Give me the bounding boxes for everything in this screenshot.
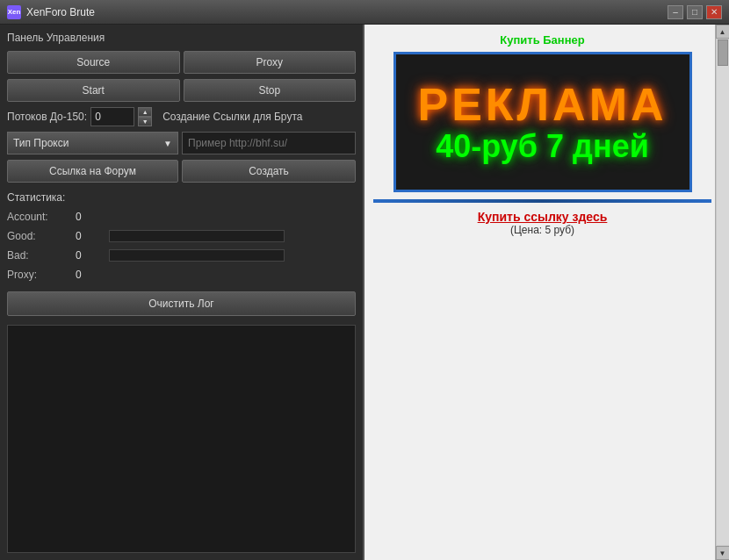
stop-button[interactable]: Stop (184, 79, 357, 102)
proxy-button[interactable]: Proxy (184, 51, 357, 74)
forum-row: Ссылка на Форум Создать (7, 160, 356, 183)
stats-title: Статистика: (7, 191, 356, 204)
source-button[interactable]: Source (7, 51, 180, 74)
window-controls: – □ ✕ (668, 5, 722, 19)
bad-progress-bar (109, 249, 285, 262)
buy-link[interactable]: Купить ссылку здесь (478, 210, 608, 224)
clear-log-button[interactable]: Очистить Лог (7, 291, 356, 316)
potok-spinner: ▲ ▼ (138, 107, 152, 126)
proxy-type-select[interactable]: Тип Прокси ▼ (7, 132, 178, 154)
start-stop-row: Start Stop (7, 79, 356, 102)
forum-link-button[interactable]: Ссылка на Форум (7, 160, 178, 183)
proxy-url-row: Тип Прокси ▼ (7, 132, 356, 154)
good-label: Good: (7, 230, 69, 242)
source-proxy-row: Source Proxy (7, 51, 356, 74)
buy-banner-link[interactable]: Купить Баннер (500, 33, 584, 47)
url-input[interactable] (182, 132, 356, 154)
title-bar-left: Xen XenForo Brute (7, 5, 95, 19)
proxy-stat-row: Proxy: 0 (7, 265, 356, 284)
scroll-track (717, 39, 729, 545)
potok-label: Потоков До-150: (7, 111, 87, 123)
good-progress-bar (109, 230, 285, 242)
right-scrollbar: ▲ ▼ (715, 25, 729, 560)
bad-value: 0 (76, 249, 102, 262)
scroll-thumb[interactable] (718, 39, 728, 66)
good-value: 0 (76, 230, 102, 242)
ad-banner: РЕКЛАМА 40-руб 7 дней (393, 52, 692, 192)
close-button[interactable]: ✕ (706, 5, 722, 19)
spin-up-button[interactable]: ▲ (138, 107, 152, 117)
account-stat-row: Account: 0 (7, 207, 356, 226)
price-text: (Цена: 5 руб) (510, 224, 574, 236)
account-value: 0 (76, 211, 102, 223)
proxy-stat-label: Proxy: (7, 269, 69, 281)
potok-input[interactable] (90, 107, 134, 126)
panel-title: Панель Управления (7, 32, 356, 44)
maximize-button[interactable]: □ (687, 5, 703, 19)
left-panel: Панель Управления Source Proxy Start Sto… (0, 25, 364, 560)
app-title: XenForo Brute (26, 6, 95, 18)
proxy-value: 0 (76, 269, 102, 281)
scroll-up-button[interactable]: ▲ (716, 25, 730, 39)
bad-label: Bad: (7, 249, 69, 262)
bad-stat-row: Bad: 0 (7, 246, 356, 265)
ssylka-section-title: Создание Ссылки для Брута (162, 111, 302, 123)
title-bar: Xen XenForo Brute – □ ✕ (0, 0, 729, 25)
create-button[interactable]: Создать (182, 160, 356, 183)
account-label: Account: (7, 211, 69, 223)
main-container: Панель Управления Source Proxy Start Sto… (0, 25, 729, 560)
spin-down-button[interactable]: ▼ (138, 117, 152, 126)
minimize-button[interactable]: – (668, 5, 683, 19)
dropdown-arrow-icon: ▼ (163, 139, 172, 148)
right-content: Купить Баннер РЕКЛАМА 40-руб 7 дней Купи… (364, 25, 729, 560)
banner-title-text: РЕКЛАМА (417, 82, 667, 127)
divider-line (373, 199, 711, 203)
app-icon: Xen (7, 5, 21, 19)
potok-row: Потоков До-150: ▲ ▼ Создание Ссылки для … (7, 107, 356, 126)
log-area[interactable] (7, 325, 356, 553)
right-panel: Купить Баннер РЕКЛАМА 40-руб 7 дней Купи… (364, 25, 729, 560)
stats-section: Статистика: Account: 0 Good: 0 Bad: 0 (7, 191, 356, 284)
proxy-type-label: Тип Прокси (13, 137, 69, 149)
good-stat-row: Good: 0 (7, 226, 356, 246)
start-button[interactable]: Start (7, 79, 180, 102)
scroll-down-button[interactable]: ▼ (716, 546, 730, 560)
banner-price-text: 40-руб 7 дней (436, 131, 649, 162)
